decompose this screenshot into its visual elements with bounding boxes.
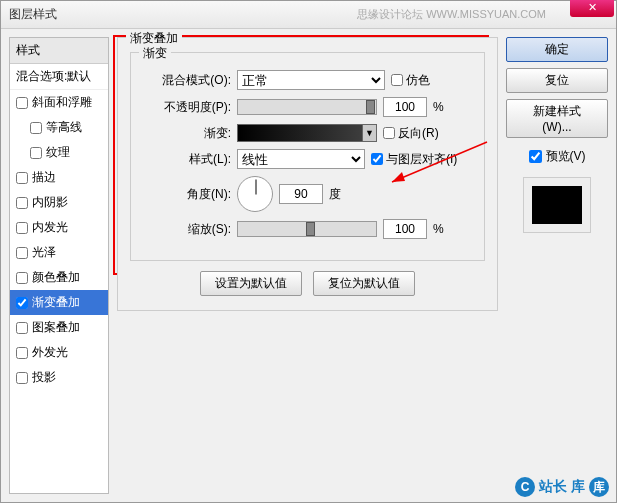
style-checkbox[interactable] — [16, 172, 28, 184]
layer-style-dialog: 图层样式 思缘设计论坛 WWW.MISSYUAN.COM ✕ 样式 混合选项:默… — [0, 0, 617, 503]
style-item[interactable]: 纹理 — [10, 140, 108, 165]
style-item-label: 纹理 — [46, 144, 70, 161]
style-item-label: 内阴影 — [32, 194, 68, 211]
style-checkbox[interactable] — [16, 372, 28, 384]
pct-label: % — [433, 100, 444, 114]
close-button[interactable]: ✕ — [570, 0, 614, 17]
dialog-title: 图层样式 — [9, 6, 57, 23]
align-checkbox[interactable] — [371, 153, 383, 165]
angle-input[interactable]: 90 — [279, 184, 323, 204]
reverse-checkbox[interactable] — [383, 127, 395, 139]
style-item-label: 颜色叠加 — [32, 269, 80, 286]
style-item[interactable]: 渐变叠加 — [10, 290, 108, 315]
style-item[interactable]: 外发光 — [10, 340, 108, 365]
blend-mode-select[interactable]: 正常 — [237, 70, 385, 90]
style-item-label: 图案叠加 — [32, 319, 80, 336]
style-item-label: 斜面和浮雕 — [32, 94, 92, 111]
gradient-inner-group: 渐变 混合模式(O): 正常 仿色 不透明度(P): 100 % 渐变: — [130, 52, 485, 261]
opacity-label: 不透明度(P): — [143, 99, 231, 116]
top-watermark: 思缘设计论坛 WWW.MISSYUAN.COM — [357, 7, 546, 22]
gradient-picker[interactable]: ▼ — [237, 124, 377, 142]
style-item-label: 投影 — [32, 369, 56, 386]
style-checkbox[interactable] — [16, 97, 28, 109]
style-checkbox[interactable] — [16, 272, 28, 284]
deg-label: 度 — [329, 186, 341, 203]
style-label: 样式(L): — [143, 151, 231, 168]
style-item[interactable]: 图案叠加 — [10, 315, 108, 340]
style-item-label: 光泽 — [32, 244, 56, 261]
style-checkbox[interactable] — [16, 247, 28, 259]
style-item-label: 外发光 — [32, 344, 68, 361]
dither-checkbox[interactable] — [391, 74, 403, 86]
preview-swatch — [532, 186, 582, 224]
watermark-icon-2: 库 — [589, 477, 609, 497]
style-item-label: 等高线 — [46, 119, 82, 136]
gradient-overlay-group: 渐变叠加 渐变 混合模式(O): 正常 仿色 不透明度(P): 100 % — [117, 37, 498, 311]
styles-header[interactable]: 样式 — [10, 38, 108, 64]
style-item[interactable]: 内发光 — [10, 215, 108, 240]
chevron-down-icon[interactable]: ▼ — [362, 125, 376, 141]
style-item-label: 内发光 — [32, 219, 68, 236]
style-checkbox[interactable] — [16, 347, 28, 359]
scale-slider[interactable] — [237, 221, 377, 237]
style-checkbox[interactable] — [16, 297, 28, 309]
scale-input[interactable]: 100 — [383, 219, 427, 239]
preview-label: 预览(V) — [546, 148, 586, 165]
style-item[interactable]: 等高线 — [10, 115, 108, 140]
make-default-button[interactable]: 设置为默认值 — [200, 271, 302, 296]
gradient-label: 渐变: — [143, 125, 231, 142]
style-item[interactable]: 斜面和浮雕 — [10, 90, 108, 115]
styles-list-panel: 样式 混合选项:默认 斜面和浮雕等高线纹理描边内阴影内发光光泽颜色叠加渐变叠加图… — [9, 37, 109, 494]
style-checkbox[interactable] — [16, 222, 28, 234]
right-panel: 确定 复位 新建样式(W)... 预览(V) — [506, 37, 608, 494]
cancel-button[interactable]: 复位 — [506, 68, 608, 93]
style-item[interactable]: 投影 — [10, 365, 108, 390]
style-checkbox[interactable] — [30, 122, 42, 134]
style-item-label: 渐变叠加 — [32, 294, 80, 311]
ok-button[interactable]: 确定 — [506, 37, 608, 62]
scale-label: 缩放(S): — [143, 221, 231, 238]
style-item[interactable]: 颜色叠加 — [10, 265, 108, 290]
watermark-icon: C — [515, 477, 535, 497]
angle-label: 角度(N): — [143, 186, 231, 203]
watermark-text: 站长 库 — [539, 478, 585, 496]
opacity-slider[interactable] — [237, 99, 377, 115]
style-item[interactable]: 描边 — [10, 165, 108, 190]
angle-dial[interactable] — [237, 176, 273, 212]
style-item[interactable]: 光泽 — [10, 240, 108, 265]
style-checkbox[interactable] — [16, 197, 28, 209]
style-select[interactable]: 线性 — [237, 149, 365, 169]
preview-box — [523, 177, 591, 233]
reverse-label: 反向(R) — [398, 125, 439, 142]
style-checkbox[interactable] — [16, 322, 28, 334]
blend-options-item[interactable]: 混合选项:默认 — [10, 64, 108, 90]
preview-checkbox[interactable] — [529, 150, 542, 163]
titlebar: 图层样式 思缘设计论坛 WWW.MISSYUAN.COM ✕ — [1, 1, 616, 29]
style-item-label: 描边 — [32, 169, 56, 186]
pct-label-2: % — [433, 222, 444, 236]
style-checkbox[interactable] — [30, 147, 42, 159]
bottom-watermark: C 站长 库 库 — [515, 477, 609, 497]
dither-label: 仿色 — [406, 72, 430, 89]
style-item[interactable]: 内阴影 — [10, 190, 108, 215]
inner-group-title: 渐变 — [139, 45, 171, 62]
new-style-button[interactable]: 新建样式(W)... — [506, 99, 608, 138]
blend-mode-label: 混合模式(O): — [143, 72, 231, 89]
opacity-input[interactable]: 100 — [383, 97, 427, 117]
settings-panel: 渐变叠加 渐变 混合模式(O): 正常 仿色 不透明度(P): 100 % — [117, 37, 498, 494]
reset-default-button[interactable]: 复位为默认值 — [313, 271, 415, 296]
align-label: 与图层对齐(I) — [386, 151, 457, 168]
